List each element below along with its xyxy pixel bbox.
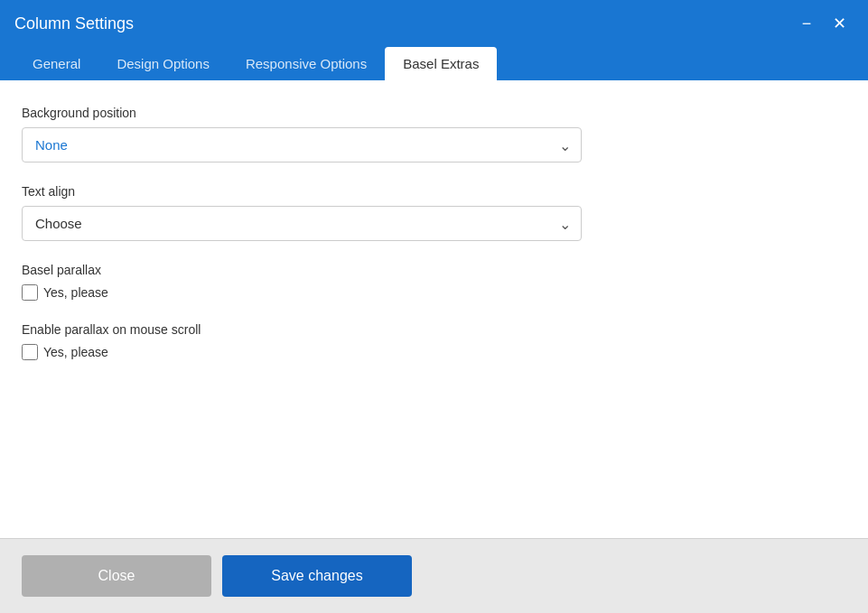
text-align-select-wrapper: Choose Left Center Right Justify ⌄ [22,206,582,241]
enable-parallax-label: Enable parallax on mouse scroll [22,322,846,337]
enable-parallax-checkbox[interactable] [22,344,38,360]
background-position-label: Background position [22,106,846,120]
save-changes-button[interactable]: Save changes [222,555,412,597]
tab-responsive-options[interactable]: Responsive Options [228,47,385,80]
enable-parallax-checkbox-label: Yes, please [43,345,108,359]
content-area: Background position None Top Left Top Ce… [0,80,868,538]
close-button[interactable]: Close [22,555,211,597]
enable-parallax-group: Enable parallax on mouse scroll Yes, ple… [22,322,846,360]
tab-general[interactable]: General [14,47,98,80]
text-align-select[interactable]: Choose Left Center Right Justify [22,206,582,241]
basel-parallax-label: Basel parallax [22,263,846,277]
enable-parallax-row: Yes, please [22,344,846,360]
title-bar-controls: − ✕ [792,9,854,38]
close-window-button[interactable]: ✕ [825,9,854,38]
basel-parallax-checkbox[interactable] [22,284,38,301]
background-position-select[interactable]: None Top Left Top Center Top Right Cente… [22,127,582,163]
basel-parallax-group: Basel parallax Yes, please [22,263,846,301]
background-position-group: Background position None Top Left Top Ce… [22,106,846,163]
tab-basel-extras[interactable]: Basel Extras [385,47,497,80]
text-align-label: Text align [22,184,846,199]
tab-design-options[interactable]: Design Options [98,47,228,80]
minimize-button[interactable]: − [792,9,821,38]
tabs-bar: General Design Options Responsive Option… [0,47,868,80]
basel-parallax-row: Yes, please [22,284,846,301]
title-bar: Column Settings − ✕ [0,0,868,47]
window-title: Column Settings [14,14,134,33]
background-position-select-wrapper: None Top Left Top Center Top Right Cente… [22,127,582,163]
basel-parallax-checkbox-label: Yes, please [43,285,108,300]
footer: Close Save changes [0,538,868,613]
text-align-group: Text align Choose Left Center Right Just… [22,184,846,241]
